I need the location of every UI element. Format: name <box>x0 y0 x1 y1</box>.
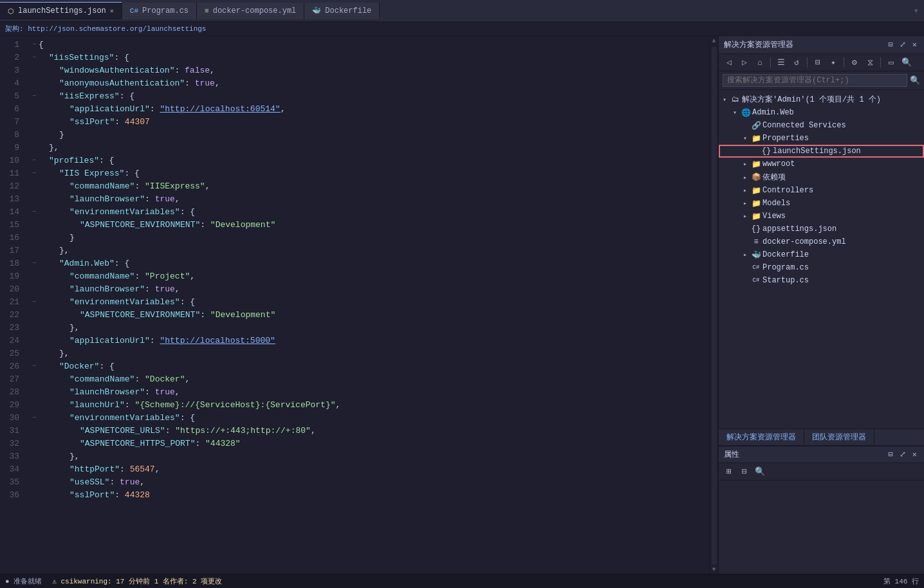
tree-item-connected[interactable]: 🔗Connected Services <box>719 119 924 132</box>
code-line-28: "launchBrowser": true, <box>27 386 709 399</box>
fold-btn-30[interactable]: − <box>30 414 39 423</box>
tree-arrow-properties[interactable]: ▾ <box>741 134 750 143</box>
tree-arrow-project[interactable]: ▾ <box>730 108 739 117</box>
line-numbers: 1234567891011121314151617181920212223242… <box>0 36 27 574</box>
properties-pin-btn[interactable]: ⊟ <box>887 449 895 460</box>
filter-btn[interactable]: ⧖ <box>864 56 876 69</box>
tree-arrow-solution[interactable]: ▾ <box>720 95 729 104</box>
settings-btn[interactable]: ⚙ <box>848 56 861 69</box>
fold-btn-10[interactable]: − <box>30 156 39 165</box>
tree-arrow-dependencies[interactable]: ▸ <box>741 173 750 182</box>
tab-label: Program.cs <box>142 6 189 15</box>
tab-program[interactable]: C# Program.cs <box>122 3 197 19</box>
tree-arrow-wwwroot[interactable]: ▸ <box>741 160 750 169</box>
search-icon[interactable]: 🔍 <box>910 75 920 86</box>
tree-arrow-dockercompose <box>741 237 750 246</box>
panel-title-actions: ⊟ ⤢ ✕ <box>887 39 919 50</box>
fold-btn-11[interactable]: − <box>30 169 39 178</box>
fold-btn-21[interactable]: − <box>30 298 39 307</box>
tree-arrow-views[interactable]: ▸ <box>741 212 750 221</box>
code-line-5: −"iisExpress": { <box>27 90 709 103</box>
tab-bar: ⬡ launchSettings.json ✕ C# Program.cs ≡ … <box>0 0 924 22</box>
scroll-down-btn[interactable]: ▼ <box>710 566 718 574</box>
fold-btn-14[interactable]: − <box>30 208 39 217</box>
fold-btn-2[interactable]: − <box>30 53 39 62</box>
tree-label-appsettings: appsettings.json <box>762 225 836 234</box>
tab-dockerfile[interactable]: 🐳 Dockerfile <box>304 3 380 19</box>
tree-arrow-controllers[interactable]: ▸ <box>741 186 750 195</box>
tree-item-appsettings[interactable]: {}appsettings.json <box>719 223 924 235</box>
props-search-btn[interactable]: 🔍 <box>753 465 766 478</box>
tree-area[interactable]: ▾🗂解决方案'Admin'(1 个项目/共 1 个)▾🌐Admin.Web 🔗C… <box>719 90 924 428</box>
code-line-21: −"environmentVariables": { <box>27 296 709 309</box>
overflow-btn[interactable]: ▾ <box>914 5 919 16</box>
code-line-26: −"Docker": { <box>27 360 709 373</box>
tree-item-dockercompose[interactable]: ≡docker-compose.yml <box>719 235 924 248</box>
search-input[interactable] <box>723 74 907 87</box>
tree-icon-wwwroot: 📁 <box>751 159 761 169</box>
panel-toolbar: ◁ ▷ ⌂ ☰ ↺ ⊟ ✦ ⚙ ⧖ ▭ 🔍 <box>719 54 924 71</box>
pin-btn[interactable]: ⊟ <box>887 39 895 50</box>
tree-icon-properties: 📁 <box>751 133 761 143</box>
editor-scrollbar[interactable]: ▲ ▼ <box>709 36 718 574</box>
tree-item-properties[interactable]: ▾📁Properties <box>719 132 924 145</box>
tab-team-explorer[interactable]: 团队资源管理器 <box>804 429 874 445</box>
search2-btn[interactable]: 🔍 <box>900 56 913 69</box>
code-line-10: −"profiles": { <box>27 154 709 167</box>
code-line-35: "useSSL": true, <box>27 476 709 489</box>
tree-item-dependencies[interactable]: ▸📦依赖项 <box>719 170 924 184</box>
tree-label-dockerfile: Dockerfile <box>762 250 809 259</box>
properties-btn[interactable]: ⊟ <box>811 56 824 69</box>
tree-item-launchsettings[interactable]: {}launchSettings.json <box>719 145 924 158</box>
fold-btn-5[interactable]: − <box>30 92 39 101</box>
code-line-14: −"environmentVariables": { <box>27 206 709 219</box>
tree-item-startup[interactable]: C#Startup.cs <box>719 274 924 287</box>
code-content[interactable]: −{−"iisSettings": {"windowsAuthenticatio… <box>27 36 709 574</box>
tree-arrow-launchsettings <box>751 147 760 156</box>
fold-btn-18[interactable]: − <box>30 259 39 268</box>
tree-item-project[interactable]: ▾🌐Admin.Web <box>719 106 924 119</box>
properties-close-btn[interactable]: ✕ <box>910 449 919 460</box>
fold-btn-26[interactable]: − <box>30 362 39 371</box>
tab-docker-compose[interactable]: ≡ docker-compose.yml <box>197 3 304 19</box>
float-btn[interactable]: ⤢ <box>898 39 908 50</box>
collapse-btn[interactable]: ▭ <box>885 56 898 69</box>
scroll-up-btn[interactable]: ▲ <box>710 37 718 45</box>
tree-icon-solution: 🗂 <box>730 95 741 105</box>
tree-icon-launchsettings: {} <box>761 146 772 156</box>
refresh-btn[interactable]: ↺ <box>790 56 803 69</box>
home-btn[interactable]: ⌂ <box>753 56 766 69</box>
tree-arrow-connected <box>741 121 750 130</box>
tab-launchsettings[interactable]: ⬡ launchSettings.json ✕ <box>0 2 122 19</box>
tree-arrow-appsettings <box>741 225 750 234</box>
back-btn[interactable]: ◁ <box>723 56 735 69</box>
tree-item-solution[interactable]: ▾🗂解决方案'Admin'(1 个项目/共 1 个) <box>719 93 924 106</box>
tree-item-dockerfile[interactable]: ▸🐳Dockerfile <box>719 248 924 261</box>
sep1 <box>770 57 771 68</box>
code-line-13: "launchBrowser": true, <box>27 193 709 206</box>
props-sort-btn[interactable]: ⊟ <box>738 465 751 478</box>
tree-item-program[interactable]: C#Program.cs <box>719 261 924 274</box>
tree-arrow-models[interactable]: ▸ <box>741 199 750 208</box>
editor-area[interactable]: 1234567891011121314151617181920212223242… <box>0 36 709 574</box>
properties-float-btn[interactable]: ⤢ <box>898 449 908 460</box>
props-grid-btn[interactable]: ⊞ <box>723 465 735 478</box>
code-line-15: "ASPNETCORE_ENVIRONMENT": "Development" <box>27 219 709 232</box>
fold-btn-1[interactable]: − <box>30 41 39 50</box>
forward-btn[interactable]: ▷ <box>738 56 751 69</box>
close-icon[interactable]: ✕ <box>110 7 114 15</box>
tree-arrow-dockerfile[interactable]: ▸ <box>741 250 750 259</box>
tree-item-views[interactable]: ▸📁Views <box>719 210 924 223</box>
new-solution-btn[interactable]: ✦ <box>827 56 840 69</box>
tree-item-controllers[interactable]: ▸📁Controllers <box>719 184 924 197</box>
tree-item-wwwroot[interactable]: ▸📁wwwroot <box>719 158 924 170</box>
tab-solution-explorer[interactable]: 解决方案资源管理器 <box>719 429 804 445</box>
main-content: 1234567891011121314151617181920212223242… <box>0 36 924 574</box>
close-panel-btn[interactable]: ✕ <box>910 39 919 50</box>
tree-label-models: Models <box>762 199 790 208</box>
show-all-btn[interactable]: ☰ <box>775 56 788 69</box>
tree-item-models[interactable]: ▸📁Models <box>719 197 924 210</box>
tree-icon-dockercompose: ≡ <box>751 237 761 247</box>
solution-panel-title: 解决方案资源管理器 <box>724 39 793 50</box>
code-line-20: "launchBrowser": true, <box>27 283 709 296</box>
